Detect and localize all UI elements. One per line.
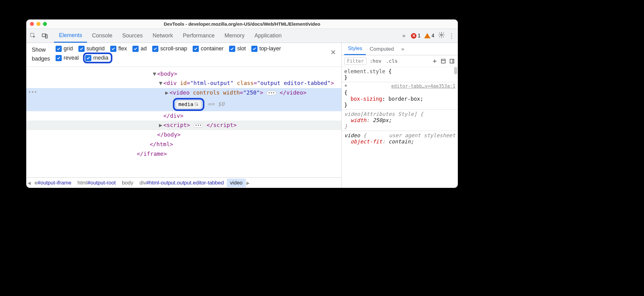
badge-container-checkbox[interactable]: container xyxy=(193,45,224,52)
badge-top-layer-checkbox[interactable]: top-layer xyxy=(251,45,281,52)
badge-grid-checkbox[interactable]: grid xyxy=(56,45,73,52)
breadcrumb-item[interactable]: html#output-root xyxy=(74,179,119,187)
tab-styles[interactable]: Styles xyxy=(344,43,366,55)
badge-media-highlight: media xyxy=(83,53,112,63)
gutter-dots-icon[interactable]: ••• xyxy=(28,88,37,96)
checkbox-icon xyxy=(229,46,235,52)
breadcrumb-item-active[interactable]: video xyxy=(227,179,246,187)
breadcrumb-scroll-right[interactable]: ▶ xyxy=(246,180,250,185)
tabs-overflow[interactable]: » xyxy=(400,32,407,39)
breadcrumb-item[interactable]: e#output-iframe xyxy=(31,179,74,187)
dom-tag: <div xyxy=(163,80,177,86)
ellipsis-icon[interactable]: ••• xyxy=(266,91,276,95)
rule-source-link[interactable]: editor-tabb…v=4ae353a:1 xyxy=(391,83,455,89)
dom-node-html-close[interactable]: </html> xyxy=(26,140,341,149)
media-badge[interactable]: media xyxy=(176,100,202,109)
minimize-window-button[interactable] xyxy=(36,22,40,26)
dom-node-video-selected[interactable]: ••• ▶<video controls width="250"> ••• </… xyxy=(26,88,341,98)
rule-value[interactable]: border-box; xyxy=(388,96,423,102)
badge-subgrid-checkbox[interactable]: subgrid xyxy=(78,45,105,52)
warning-icon xyxy=(424,33,430,38)
style-rule[interactable]: element.style { } xyxy=(344,68,455,81)
warning-count[interactable]: 4 xyxy=(424,33,434,39)
styles-rules[interactable]: element.style { } * editor-tabb…v=4ae353… xyxy=(342,67,458,188)
badge-ad-checkbox[interactable]: ad xyxy=(132,45,147,52)
device-toolbar-icon[interactable] xyxy=(41,32,48,40)
rule-property[interactable]: box-sizing xyxy=(350,96,382,102)
styles-tabs: Styles Computed » xyxy=(342,43,458,55)
rule-selector: * xyxy=(344,83,347,90)
cls-toggle[interactable]: .cls xyxy=(385,58,399,64)
dom-attr-val: "output editor-tabbed" xyxy=(257,80,331,86)
badge-scroll-snap-checkbox[interactable]: scroll-snap xyxy=(152,45,187,52)
new-style-rule-icon[interactable] xyxy=(431,58,438,65)
dom-attr-val: "250" xyxy=(243,89,260,96)
badge-item-label: slot xyxy=(237,45,246,52)
badge-item-label: subgrid xyxy=(86,45,105,52)
tab-network[interactable]: Network xyxy=(148,29,178,43)
titlebar: DevTools - developer.mozilla.org/en-US/d… xyxy=(26,19,458,29)
rule-brace: } xyxy=(344,102,347,108)
rule-source: user agent stylesheet xyxy=(389,132,455,138)
style-rule[interactable]: video[Attributes Style] { width: 250px; … xyxy=(344,111,455,129)
checkbox-icon xyxy=(85,55,91,61)
tab-elements[interactable]: Elements xyxy=(54,29,87,43)
badge-item-label: reveal xyxy=(64,55,79,61)
dom-node-iframe-close[interactable]: </iframe> xyxy=(26,149,341,159)
dom-node-body-close[interactable]: </body> xyxy=(26,130,341,140)
dom-node-div[interactable]: ▼<div id="html-output" class="output edi… xyxy=(26,78,341,88)
tab-computed[interactable]: Computed xyxy=(366,43,397,55)
tab-performance[interactable]: Performance xyxy=(178,29,220,43)
badge-media-checkbox[interactable]: media xyxy=(85,55,108,61)
svg-rect-6 xyxy=(450,59,454,63)
badge-label-line1: Show xyxy=(32,45,50,54)
styles-filter-input[interactable]: Filter xyxy=(344,57,366,65)
badge-bar-close-icon[interactable]: ✕ xyxy=(330,49,336,57)
error-count[interactable]: ✕ 1 xyxy=(411,33,420,39)
badge-item-label: top-layer xyxy=(259,45,281,52)
badge-item-label: container xyxy=(201,45,224,52)
tab-console[interactable]: Console xyxy=(87,29,117,43)
devtools-window: DevTools - developer.mozilla.org/en-US/d… xyxy=(26,19,458,188)
dom-node-div-close[interactable]: </div> xyxy=(26,111,341,121)
tab-memory[interactable]: Memory xyxy=(220,29,249,43)
dom-node-body[interactable]: ▼<body> xyxy=(26,69,341,79)
tab-application[interactable]: Application xyxy=(249,29,286,43)
ellipsis-icon[interactable]: ••• xyxy=(194,123,203,128)
badge-item-label: grid xyxy=(64,45,73,52)
dom-node-script[interactable]: ▶<script> ••• </script> xyxy=(26,121,341,130)
inspect-element-icon[interactable] xyxy=(29,32,37,40)
styles-tabs-overflow[interactable]: » xyxy=(398,43,408,55)
close-window-button[interactable] xyxy=(30,22,34,26)
breadcrumb-item[interactable]: body xyxy=(119,179,136,187)
breadcrumb-item[interactable]: div#html-output.output.editor-tabbed xyxy=(136,179,227,187)
style-rule[interactable]: video user agent stylesheet { object-fit… xyxy=(344,132,455,145)
sidebar-toggle-icon[interactable] xyxy=(449,58,455,65)
hov-toggle[interactable]: :hov xyxy=(368,58,383,64)
badge-settings-bar: Show badges grid subgrid flex ad scroll-… xyxy=(26,43,341,67)
rule-selector: element.style xyxy=(344,68,385,74)
rule-selector: video xyxy=(344,132,360,138)
main-tabs: Elements Console Sources Network Perform… xyxy=(54,29,286,43)
elements-pane: Show badges grid subgrid flex ad scroll-… xyxy=(26,43,342,188)
dom-attr: class xyxy=(237,80,253,86)
badge-flex-checkbox[interactable]: flex xyxy=(110,45,127,52)
maximize-window-button[interactable] xyxy=(43,22,47,26)
badge-reveal-checkbox[interactable]: reveal xyxy=(56,54,79,62)
media-badge-label: media xyxy=(178,100,193,108)
scrollbar-thumb[interactable] xyxy=(454,67,457,74)
rule-divider xyxy=(342,82,458,82)
more-menu-icon[interactable]: ⋮ xyxy=(449,32,455,40)
badge-slot-checkbox[interactable]: slot xyxy=(229,45,246,52)
tab-sources[interactable]: Sources xyxy=(117,29,148,43)
badge-settings-label: Show badges xyxy=(32,45,50,63)
style-rule[interactable]: * editor-tabb…v=4ae353a:1 { box-sizing: … xyxy=(344,83,455,108)
settings-icon[interactable] xyxy=(438,32,445,40)
computed-styles-icon[interactable] xyxy=(440,58,447,65)
rule-brace: } xyxy=(344,123,347,129)
dom-tag: </video> xyxy=(280,89,307,96)
dom-node-video-badge-line[interactable]: media == $0 xyxy=(26,98,341,111)
dom-tree[interactable]: ▼<body> ▼<div id="html-output" class="ou… xyxy=(26,67,341,177)
breadcrumb-scroll-left[interactable]: ◀ xyxy=(27,180,31,185)
rule-brace: { xyxy=(363,132,366,138)
